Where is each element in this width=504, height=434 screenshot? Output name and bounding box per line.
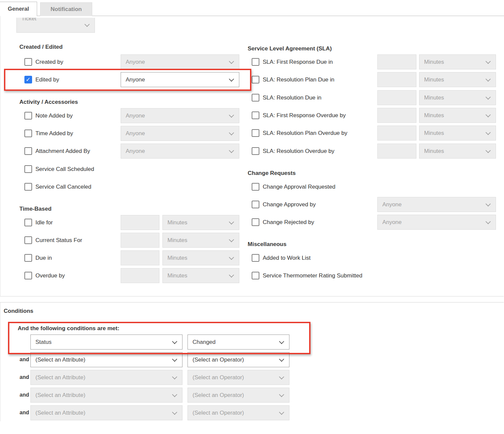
section-title-created-edited: Created / Edited bbox=[19, 44, 62, 50]
change-rejected-by-row: Change Rejected by bbox=[252, 215, 314, 230]
due-in-label: Due in bbox=[35, 255, 52, 261]
overdue-by-value-input bbox=[121, 268, 159, 283]
attachment-added-row: Attachment Added By bbox=[24, 144, 90, 159]
and-label: and bbox=[17, 374, 29, 380]
sla-first-response-overdue-checkbox[interactable] bbox=[252, 112, 259, 119]
thermometer-rating-row: Service Thermometer Rating Submitted bbox=[252, 268, 362, 283]
section-title-sla: Service Level Agreement (SLA) bbox=[248, 45, 332, 52]
sla-resolution-due-row: SLA: Resolution Due in bbox=[252, 90, 322, 105]
change-approved-by-checkbox[interactable] bbox=[252, 201, 259, 208]
condition-attribute-select-3: (Select an Attribute) bbox=[30, 388, 182, 403]
chevron-down-icon bbox=[486, 130, 491, 135]
attachment-added-select: Anyone bbox=[121, 144, 239, 159]
conditions-title: Conditions bbox=[4, 308, 33, 314]
sla-resolution-plan-due-unit-select: Minutes bbox=[419, 72, 496, 87]
change-approved-by-row: Change Approved by bbox=[252, 197, 316, 212]
note-added-row: Note Added by bbox=[24, 108, 73, 123]
condition-attribute-select-4: (Select an Attribute) bbox=[30, 405, 182, 420]
chevron-down-icon bbox=[172, 374, 177, 380]
tab-general[interactable]: General bbox=[0, 2, 37, 16]
chevron-down-icon bbox=[486, 201, 491, 207]
and-label: and bbox=[17, 410, 29, 416]
sla-resolution-overdue-unit-select: Minutes bbox=[419, 144, 496, 159]
and-label: and bbox=[17, 357, 29, 363]
and-label: and bbox=[17, 392, 29, 398]
chevron-down-icon bbox=[229, 148, 234, 153]
general-tab-panel: Ticket Created / Edited Created by Anyon… bbox=[0, 16, 504, 296]
chevron-down-icon bbox=[172, 410, 177, 415]
current-status-for-checkbox[interactable] bbox=[24, 236, 32, 244]
chevron-down-icon bbox=[279, 374, 284, 380]
chevron-down-icon bbox=[486, 76, 491, 82]
sla-resolution-plan-due-value-input bbox=[377, 72, 416, 87]
sla-resolution-plan-due-row: SLA: Resolution Plan Due in bbox=[252, 72, 335, 87]
sla-resolution-overdue-row: SLA: Resolution Overdue by bbox=[252, 144, 335, 159]
tab-bar: General Notification bbox=[0, 0, 504, 16]
change-approved-by-select: Anyone bbox=[377, 197, 496, 212]
condition-operator-select-3: (Select an Operator) bbox=[187, 388, 289, 403]
condition-operator-select-1[interactable]: (Select an Operator) bbox=[187, 352, 289, 367]
idle-for-checkbox[interactable] bbox=[24, 219, 32, 226]
condition-attribute-select-1[interactable]: (Select an Attribute) bbox=[30, 352, 182, 367]
attachment-added-label: Attachment Added By bbox=[35, 148, 90, 155]
sla-resolution-plan-overdue-value-input bbox=[377, 126, 416, 141]
section-title-time-based: Time-Based bbox=[19, 206, 51, 212]
section-title-activity: Activity / Accessories bbox=[19, 99, 78, 105]
chevron-down-icon bbox=[486, 94, 491, 100]
time-added-label: Time Added by bbox=[35, 130, 73, 137]
service-call-canceled-label: Service Call Canceled bbox=[35, 184, 91, 190]
change-approval-requested-checkbox[interactable] bbox=[252, 183, 259, 191]
overdue-by-checkbox[interactable] bbox=[24, 272, 32, 279]
time-added-checkbox[interactable] bbox=[24, 130, 32, 137]
chevron-down-icon bbox=[279, 357, 284, 362]
sla-resolution-plan-overdue-row: SLA: Resolution Plan Overdue by bbox=[252, 126, 347, 141]
thermometer-rating-checkbox[interactable] bbox=[252, 272, 259, 279]
time-added-select: Anyone bbox=[121, 126, 239, 141]
chevron-down-icon bbox=[229, 130, 234, 136]
due-in-unit-select: Minutes bbox=[162, 250, 239, 265]
service-call-canceled-checkbox[interactable] bbox=[24, 183, 32, 191]
note-added-checkbox[interactable] bbox=[24, 112, 32, 120]
condition-attribute-select-2: (Select an Attribute) bbox=[30, 370, 182, 385]
chevron-down-icon bbox=[229, 272, 234, 278]
created-by-select: Anyone bbox=[121, 54, 239, 69]
sla-first-response-overdue-row: SLA: First Response Overdue by bbox=[252, 108, 346, 123]
chevron-down-icon bbox=[486, 148, 491, 153]
current-status-for-label: Current Status For bbox=[35, 237, 82, 244]
chevron-down-icon bbox=[486, 59, 491, 64]
sla-resolution-due-unit-select: Minutes bbox=[419, 90, 496, 105]
conditions-highlight-box bbox=[8, 322, 310, 354]
sla-resolution-plan-overdue-checkbox[interactable] bbox=[252, 129, 259, 137]
overdue-by-row: Overdue by bbox=[24, 268, 65, 283]
change-rejected-by-checkbox[interactable] bbox=[252, 218, 259, 226]
sla-resolution-plan-overdue-unit-select: Minutes bbox=[419, 126, 496, 141]
tab-general-label: General bbox=[8, 6, 29, 12]
attachment-added-checkbox[interactable] bbox=[24, 147, 32, 155]
service-call-scheduled-label: Service Call Scheduled bbox=[35, 166, 94, 173]
due-in-value-input bbox=[121, 250, 159, 265]
idle-for-row: Idle for bbox=[24, 215, 53, 230]
section-title-change-requests: Change Requests bbox=[248, 170, 296, 177]
service-call-scheduled-checkbox[interactable] bbox=[24, 165, 32, 173]
sla-resolution-overdue-checkbox[interactable] bbox=[252, 147, 259, 155]
sla-first-response-due-value-input bbox=[377, 54, 416, 69]
tab-notification[interactable]: Notification bbox=[40, 2, 92, 16]
time-added-row: Time Added by bbox=[24, 126, 73, 141]
chevron-down-icon bbox=[85, 22, 90, 27]
sla-resolution-due-checkbox[interactable] bbox=[252, 94, 259, 101]
sla-resolution-plan-due-checkbox[interactable] bbox=[252, 76, 259, 83]
chevron-down-icon bbox=[279, 392, 284, 397]
ticket-type-select[interactable]: Ticket bbox=[16, 18, 95, 33]
due-in-checkbox[interactable] bbox=[24, 254, 32, 262]
workflow-settings-page: General Notification Ticket Created / Ed… bbox=[0, 0, 504, 434]
due-in-row: Due in bbox=[24, 250, 52, 265]
edited-by-highlight-box bbox=[4, 69, 251, 91]
overdue-by-unit-select: Minutes bbox=[162, 268, 239, 283]
added-to-work-list-checkbox[interactable] bbox=[252, 254, 259, 262]
sla-first-response-overdue-unit-select: Minutes bbox=[419, 108, 496, 123]
created-by-checkbox[interactable] bbox=[24, 58, 32, 66]
sla-first-response-due-checkbox[interactable] bbox=[252, 58, 259, 66]
sla-first-response-overdue-value-input bbox=[377, 108, 416, 123]
overdue-by-label: Overdue by bbox=[35, 272, 65, 279]
chevron-down-icon bbox=[486, 112, 491, 118]
